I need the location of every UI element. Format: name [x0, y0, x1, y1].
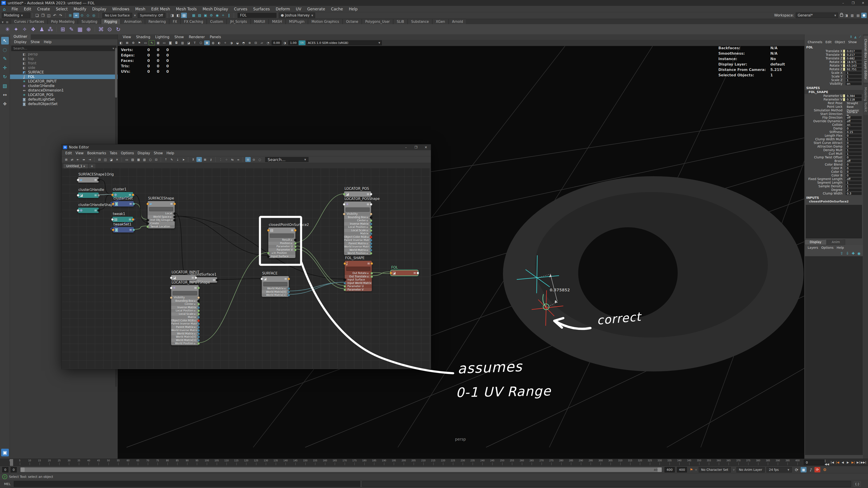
node-attr-row[interactable]: Object Color RGB⊞ — [171, 319, 199, 322]
exposure-field[interactable]: 0.00 — [272, 40, 281, 45]
close-button[interactable]: ✕ — [858, 1, 868, 5]
image-plane-icon[interactable]: ▭ — [143, 40, 148, 45]
attr-output-port[interactable] — [370, 216, 372, 219]
channel-value[interactable]: 1 — [846, 149, 862, 152]
contrast-icon[interactable]: ◑ — [282, 40, 287, 45]
redo-icon[interactable]: ↷ — [58, 13, 64, 18]
snap-point-icon[interactable]: ⊙ — [79, 13, 85, 18]
animation-end-field[interactable]: 400 — [677, 467, 687, 473]
shelf-tab-marui[interactable]: MARUI — [251, 19, 269, 24]
node-attr-row[interactable]: World Matrix⊞ — [262, 287, 289, 290]
channel-value[interactable]: 0.15 — [846, 131, 862, 133]
input-port[interactable] — [112, 203, 114, 205]
shelf-tab-rigging[interactable]: Rigging — [101, 19, 121, 24]
menu-mesh-tools[interactable]: Mesh Tools — [173, 7, 199, 11]
grid-toggle-icon[interactable]: ⊞ — [245, 157, 251, 162]
node-attr-row[interactable]: Tweak Location — [148, 225, 175, 228]
input-port[interactable] — [170, 276, 173, 279]
channel-value[interactable]: off — [846, 116, 862, 119]
attr-input-port[interactable] — [147, 222, 149, 225]
construction-history-icon[interactable]: ▤ — [181, 13, 187, 18]
orient-constraint-icon[interactable]: ↻ — [114, 25, 123, 34]
undo-icon[interactable]: ↶ — [52, 13, 58, 18]
render-current-frame-icon[interactable]: ▨ — [197, 13, 203, 18]
node-attr-row[interactable]: Local Position⊞ — [171, 309, 199, 313]
input-port[interactable] — [77, 194, 79, 197]
lights-icon[interactable]: ✧ — [222, 40, 228, 45]
viewport-menu-renderer[interactable]: Renderer — [189, 35, 205, 39]
sync-selection-icon[interactable]: ⇄ — [69, 157, 75, 162]
channel-value[interactable]: Straight — [846, 102, 862, 105]
both-graph-icon[interactable]: ⇹ — [81, 157, 87, 162]
node-attr-row[interactable]: Center⊞ — [171, 302, 199, 306]
menu-edit[interactable]: Edit — [21, 7, 34, 11]
node-attr-row[interactable]: Parameter U — [268, 245, 296, 248]
range-track[interactable]: 0400 — [20, 467, 662, 473]
channel-value[interactable]: 1 — [846, 75, 862, 78]
node-attr-row[interactable]: Parent Inverse Matrix⊞ — [171, 322, 199, 326]
output-port[interactable] — [370, 193, 372, 195]
channel-value[interactable]: 92.751 — [846, 68, 862, 71]
point-constraint-icon[interactable]: ⊙ — [105, 25, 114, 34]
node-menu-icon[interactable]: ≡ — [284, 277, 287, 281]
resolution-gate-icon[interactable]: ◙ — [167, 40, 173, 45]
outliner-item-locator_input[interactable]: ✳LOCATOR_INPUT — [10, 79, 118, 84]
outliner-item-distancedimension1[interactable]: ↔distanceDimension1 — [10, 88, 118, 93]
channel-value[interactable]: 0.217 — [846, 53, 862, 56]
channel-value[interactable]: 2 — [846, 188, 862, 191]
node-attr-row[interactable]: World Inverse Matrix⊞ — [344, 245, 371, 249]
input-port[interactable] — [111, 194, 114, 196]
attr-output-port[interactable] — [370, 223, 372, 225]
menu-help[interactable]: Help — [346, 7, 361, 11]
channel-value[interactable]: 0 — [846, 127, 862, 130]
node-rename-field[interactable] — [264, 282, 287, 286]
node-attr-row[interactable]: Input Surface — [268, 255, 296, 258]
node-menu-icon[interactable]: ≡ — [291, 228, 293, 232]
ne-tab-untitled-1[interactable]: Untitled_1 ✕ — [64, 164, 88, 168]
node-attr-row[interactable]: Center⊞ — [344, 219, 371, 222]
maximize-button[interactable]: ❒ — [848, 1, 858, 5]
node-attr-row[interactable]: Out Rotate⊞ — [345, 271, 372, 275]
input-port[interactable] — [267, 229, 270, 232]
node-attr-row[interactable]: World Matrix⊞ — [344, 249, 371, 252]
shelf-tab-msplugin[interactable]: MSPlugin — [286, 19, 308, 24]
node-attr-row[interactable]: Local Scale⊞ — [171, 313, 199, 316]
add-selected-icon[interactable]: ◫ — [103, 157, 108, 162]
playback-start-field[interactable]: 0 — [11, 467, 17, 473]
attr-input-port[interactable] — [344, 282, 346, 285]
speed-icon[interactable]: ◭ — [855, 35, 857, 39]
menu-uv[interactable]: UV — [293, 7, 304, 11]
node-attr-row[interactable]: Out Translate⊞ — [345, 275, 372, 278]
shelf-tab-custom[interactable]: Custom — [207, 19, 226, 24]
scrollbar-thumb[interactable] — [115, 48, 117, 98]
viewport-menu-view[interactable]: View — [123, 35, 131, 39]
channelbox-menu-show[interactable]: Show — [848, 40, 857, 44]
output-connections-icon[interactable]: ◧ — [175, 13, 181, 18]
isolate-select-icon[interactable]: ⊡ — [253, 40, 258, 45]
node-attr-row[interactable]: Inst Obj Groups⊞ — [148, 219, 175, 222]
ne-tab-close-icon[interactable]: ✕ — [82, 165, 85, 168]
layer-tab-anim[interactable]: Anim — [827, 239, 845, 245]
channelbox-menu-channels[interactable]: Channels — [808, 40, 822, 44]
wireframe-icon[interactable]: ⬡ — [198, 40, 204, 45]
frame-icon[interactable]: ⊡ — [153, 157, 159, 162]
node-attr-row[interactable]: World Matrix[1] — [262, 293, 289, 297]
shelf-tab-fx-caching[interactable]: FX Caching — [181, 19, 206, 24]
output-port[interactable] — [416, 272, 419, 274]
node-LOCATOR_INPUTShape[interactable]: LOCATOR_INPUTShape✳≡VisibilityBounding B… — [171, 285, 199, 346]
output-port[interactable] — [132, 218, 134, 221]
node-tweakSet1[interactable]: tweakSet1◙≡ — [113, 227, 134, 233]
channel-value[interactable]: 1 — [846, 71, 862, 74]
node-menu-icon[interactable]: ≡ — [94, 178, 97, 182]
channel-value[interactable]: off — [846, 120, 862, 123]
outliner-item-cluster1handle[interactable]: ⊕cluster1Handle — [10, 84, 118, 88]
node-attr-row[interactable]: World Matrix[0] — [262, 290, 289, 294]
pin-icon[interactable]: ⊼ — [191, 157, 196, 162]
node-menu-icon[interactable]: ≡ — [128, 217, 131, 221]
node-attr-row[interactable]: World Inverse Matrix⊞ — [171, 329, 199, 332]
channel-value[interactable]: 0 — [846, 163, 862, 166]
home-icon[interactable]: ⌂ — [0, 6, 8, 11]
attr-input-port[interactable] — [267, 255, 270, 258]
output-port[interactable] — [174, 203, 176, 205]
attr-input-port[interactable] — [344, 289, 346, 291]
